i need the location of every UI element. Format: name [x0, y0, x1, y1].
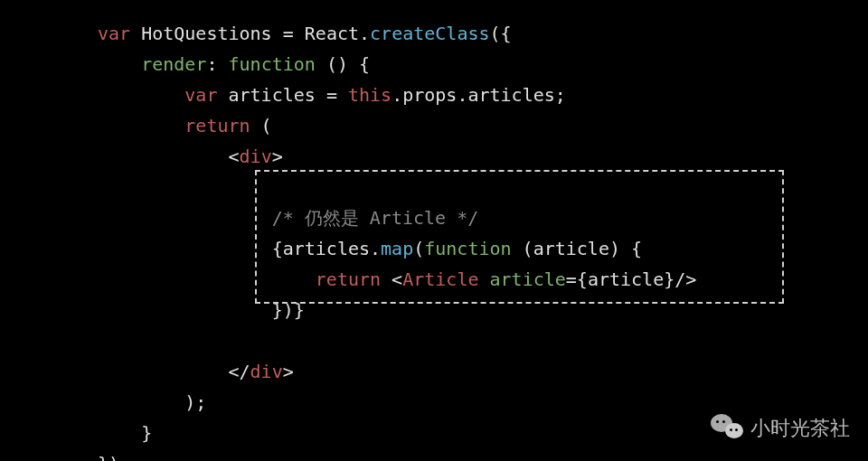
- blank-line: [98, 330, 108, 352]
- identifier-react: React: [305, 23, 359, 44]
- indent: [98, 53, 141, 75]
- indent: [98, 115, 184, 136]
- paren: ({: [490, 23, 512, 44]
- keyword-function: function: [229, 53, 316, 75]
- keyword-this: this: [348, 84, 392, 106]
- keyword-return: return: [184, 115, 250, 136]
- prop-render: render: [141, 53, 206, 75]
- operator: =: [326, 84, 348, 106]
- tag-div-close: div: [250, 361, 283, 382]
- angle: >: [272, 146, 283, 167]
- indent: [98, 84, 184, 106]
- angle: >: [283, 361, 294, 382]
- method-createclass: createClass: [370, 23, 489, 44]
- tag-div: div: [240, 146, 272, 167]
- indent: <: [98, 146, 240, 167]
- rest: .props.articles;: [392, 84, 566, 106]
- indent: );: [98, 391, 206, 413]
- highlight-box: [255, 170, 784, 304]
- closing: });: [98, 453, 130, 461]
- operator: =: [283, 23, 305, 44]
- watermark: 小时光茶社: [711, 411, 850, 445]
- paren: (: [250, 115, 272, 136]
- keyword-var: var: [98, 23, 130, 44]
- watermark-text: 小时光茶社: [750, 411, 850, 445]
- blank-line: [98, 176, 108, 198]
- indent: [98, 207, 272, 229]
- rest: () {: [316, 53, 370, 75]
- indent: </: [98, 361, 250, 382]
- keyword-var: var: [184, 84, 217, 106]
- wechat-icon: [711, 414, 743, 441]
- dot: .: [359, 23, 370, 44]
- identifier: articles: [217, 84, 326, 106]
- colon: :: [206, 53, 228, 75]
- identifier: HotQuestions: [130, 23, 283, 44]
- indent: }: [98, 422, 152, 444]
